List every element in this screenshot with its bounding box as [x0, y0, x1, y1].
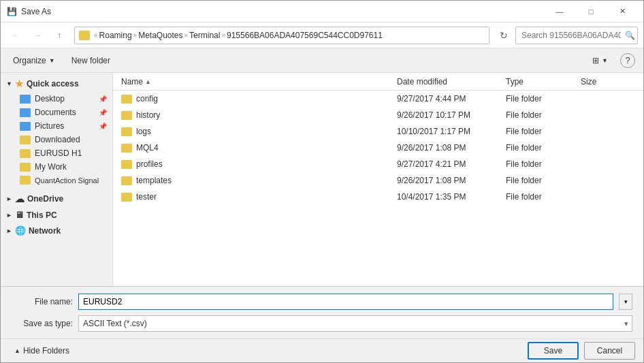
title-bar: 💾 Save As — □ ✕ [1, 1, 643, 22]
view-button[interactable]: ⊞ ▼ [588, 52, 612, 69]
mywork-folder-icon [20, 163, 31, 172]
breadcrumb-roaming[interactable]: Roaming [99, 31, 132, 40]
col-type-header[interactable]: Type [506, 77, 581, 86]
eurusd-label: EURUSD H1 [35, 148, 82, 158]
hide-folders-toggle[interactable]: ▲ Hide Folders [9, 345, 75, 357]
sidebar-item-downloaded[interactable]: Downloaded [1, 133, 112, 146]
pin-icon-pics: 📌 [99, 123, 107, 130]
search-input[interactable] [515, 27, 638, 44]
pictures-folder-icon [20, 122, 31, 131]
filename-dropdown-button[interactable]: ▾ [619, 294, 632, 310]
network-icon: 🌐 [15, 225, 26, 236]
window-title: Save As [21, 7, 544, 16]
cancel-button[interactable]: Cancel [584, 342, 635, 360]
help-button[interactable]: ? [620, 53, 635, 68]
file-folder-icon [121, 144, 132, 153]
desktop-folder-icon [20, 95, 31, 104]
sidebar-item-pictures[interactable]: Pictures 📌 [1, 119, 112, 133]
type-col-label: Type [506, 77, 524, 86]
refresh-button[interactable]: ↻ [495, 27, 513, 44]
downloaded-folder-icon [20, 136, 31, 144]
sidebar-item-desktop[interactable]: Desktop 📌 [1, 92, 112, 106]
save-button[interactable]: Save [528, 342, 579, 360]
file-name-cell: config [121, 94, 397, 104]
sidebar-item-eurusd[interactable]: EURUSD H1 [1, 146, 112, 160]
file-name: logs [136, 127, 151, 136]
breadcrumb-bar[interactable]: « Roaming » MetaQuotes » Terminal » 9155… [74, 27, 489, 44]
breadcrumb-id[interactable]: 915566BA06ADA407569C544CC0D97611 [227, 31, 383, 40]
filename-label: File name: [12, 297, 73, 306]
savetype-row: Save as type: ASCII Text (*.csv) [12, 315, 632, 332]
file-folder-icon [121, 127, 132, 136]
downloaded-label: Downloaded [35, 135, 80, 144]
view-chevron-icon: ▼ [602, 57, 608, 64]
bottom-bar: File name: ▾ Save as type: ASCII Text (*… [1, 286, 643, 338]
forward-button[interactable]: → [28, 27, 47, 44]
file-list-header: Name ▲ Date modified Type Size [113, 73, 643, 91]
file-folder-icon [121, 95, 132, 104]
folder-icon [79, 31, 90, 40]
table-row[interactable]: profiles 9/27/2017 4:21 PM File folder [113, 156, 643, 172]
name-col-label: Name [121, 77, 143, 86]
file-date-cell: 9/26/2017 1:08 PM [397, 176, 506, 185]
file-date-cell: 10/4/2017 1:35 PM [397, 192, 506, 202]
hide-folders-area: ▲ Hide Folders Save Cancel [1, 338, 643, 362]
filename-input[interactable] [78, 294, 613, 310]
documents-folder-icon [20, 108, 31, 117]
organize-label: Organize [13, 56, 46, 65]
toolbar: ← → ↑ « Roaming » MetaQuotes » Terminal … [1, 22, 643, 48]
file-date-cell: 9/27/2017 4:21 PM [397, 159, 506, 169]
sidebar-item-documents[interactable]: Documents 📌 [1, 106, 112, 119]
close-button[interactable]: ✕ [607, 1, 638, 22]
organize-button[interactable]: Organize ▼ [9, 52, 59, 69]
table-row[interactable]: tester 10/4/2017 1:35 PM File folder [113, 189, 643, 205]
pictures-label: Pictures [35, 121, 64, 131]
maximize-button[interactable]: □ [575, 1, 607, 22]
breadcrumb-terminal[interactable]: Terminal [189, 31, 220, 40]
window-controls: — □ ✕ [544, 1, 638, 22]
table-row[interactable]: logs 10/10/2017 1:17 PM File folder [113, 123, 643, 140]
new-folder-button[interactable]: New folder [67, 52, 114, 69]
chevron-up-icon: ▲ [14, 347, 20, 354]
file-type-cell: File folder [506, 192, 581, 202]
chevron-right-icon-net: ► [6, 227, 12, 234]
file-name: MQL4 [136, 143, 159, 153]
minimize-button[interactable]: — [544, 1, 575, 22]
search-icon-button[interactable]: 🔍 [625, 31, 635, 40]
quantaction-label: QuantAction Signal [35, 176, 99, 185]
file-rows-container: config 9/27/2017 4:44 PM File folder his… [113, 91, 643, 205]
col-name-header[interactable]: Name ▲ [121, 77, 397, 86]
table-row[interactable]: templates 9/26/2017 1:08 PM File folder [113, 172, 643, 189]
file-name: templates [136, 176, 172, 185]
table-row[interactable]: MQL4 9/26/2017 1:08 PM File folder [113, 140, 643, 156]
file-name: config [136, 94, 158, 104]
up-button[interactable]: ↑ [50, 27, 69, 44]
savetype-select[interactable]: ASCII Text (*.csv) [78, 315, 632, 332]
action-bar: Organize ▼ New folder ⊞ ▼ ? [1, 48, 643, 73]
onedrive-label: OneDrive [27, 194, 63, 204]
sidebar-quick-access-header[interactable]: ▼ ★ Quick access [1, 76, 112, 92]
sidebar-thispc-header[interactable]: ► 🖥 This PC [1, 207, 112, 223]
back-button[interactable]: ← [6, 27, 25, 44]
sidebar-item-mywork[interactable]: My Work [1, 160, 112, 174]
file-folder-icon [121, 160, 132, 169]
file-name-cell: logs [121, 127, 397, 136]
sidebar-onedrive-header[interactable]: ► ☁ OneDrive [1, 191, 112, 207]
table-row[interactable]: config 9/27/2017 4:44 PM File folder [113, 91, 643, 107]
breadcrumb-metaquotes[interactable]: MetaQuotes [138, 31, 182, 40]
file-name-cell: tester [121, 192, 397, 202]
col-date-header[interactable]: Date modified [397, 77, 506, 86]
dialog-buttons: Save Cancel [528, 342, 635, 360]
documents-label: Documents [35, 108, 76, 117]
sidebar-network-header[interactable]: ► 🌐 Network [1, 223, 112, 238]
col-size-header[interactable]: Size [581, 77, 635, 86]
file-name-cell: templates [121, 176, 397, 185]
sort-arrow-icon: ▲ [145, 78, 151, 85]
file-type-cell: File folder [506, 110, 581, 120]
file-folder-icon [121, 176, 132, 185]
file-name-cell: MQL4 [121, 143, 397, 153]
sidebar-item-quantaction[interactable]: QuantAction Signal [1, 174, 112, 187]
desktop-label: Desktop [35, 94, 65, 104]
table-row[interactable]: history 9/26/2017 10:17 PM File folder [113, 107, 643, 123]
date-col-label: Date modified [397, 77, 447, 86]
